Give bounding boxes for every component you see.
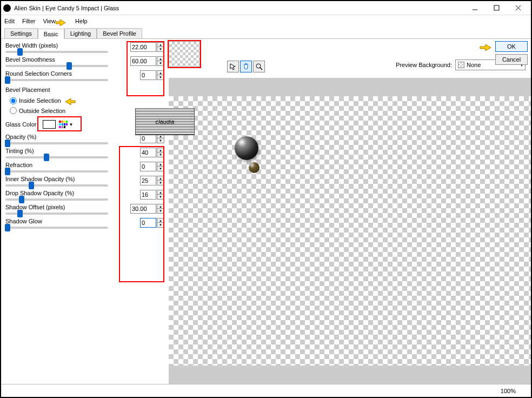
bevel-width-slider[interactable]: [5, 51, 108, 53]
opacity-slider[interactable]: [5, 142, 108, 144]
menu-filter[interactable]: Filter: [22, 18, 35, 24]
shadow-offset-row: Shadow Offset (pixels) ▲▼: [5, 204, 164, 215]
tinting-input[interactable]: [140, 148, 156, 157]
bevel-width-row: Bevel Width (pixels) ▲▼: [5, 42, 164, 53]
sphere-small: [249, 162, 260, 173]
glass-color-label: Glass Color: [5, 121, 36, 128]
zoom-level: 100%: [501, 388, 516, 394]
preview-pane: Preview Background: None ▾ OK Cancel: [169, 39, 531, 384]
menu-edit[interactable]: Edit: [4, 18, 15, 24]
shadow-glow-spinner[interactable]: ▲▼: [157, 218, 164, 228]
drop-shadow-row: Drop Shadow Opacity (%) ▲▼: [5, 190, 164, 201]
shadow-offset-input[interactable]: [130, 204, 156, 214]
round-corners-spinner[interactable]: ▲▼: [157, 70, 164, 80]
hand-pointer-icon: [63, 95, 78, 106]
menubar: Edit Filter View Help: [1, 15, 531, 27]
refraction-row: Refraction ▲▼: [5, 162, 164, 173]
glass-color-swatch[interactable]: [43, 120, 56, 129]
drop-shadow-slider[interactable]: [5, 198, 108, 201]
inner-shadow-row: Inner Shadow Opacity (%) ▲▼: [5, 176, 164, 187]
tab-basic[interactable]: Basic: [38, 29, 64, 39]
round-corners-input[interactable]: [140, 70, 156, 80]
bevel-smoothness-slider[interactable]: [5, 65, 108, 67]
bevel-width-spinner[interactable]: ▲▼: [157, 42, 164, 52]
inside-selection-label: Inside Selection: [19, 97, 61, 104]
titlebar: Alien Skin | Eye Candy 5 Impact | Glass: [1, 1, 531, 15]
tab-lighting[interactable]: Lighting: [64, 28, 97, 38]
shadow-offset-spinner[interactable]: ▲▼: [157, 204, 164, 214]
gray-strip-bottom: [169, 366, 531, 384]
bevel-smoothness-input[interactable]: [130, 56, 156, 66]
preview-toolbar: [227, 61, 265, 72]
settings-panel: Bevel Width (pixels) ▲▼ Bevel Smoothness…: [1, 39, 169, 384]
menu-view[interactable]: View: [43, 18, 56, 24]
tab-bevel-profile[interactable]: Bevel Profile: [97, 28, 142, 38]
sphere-large: [235, 136, 258, 160]
preview-canvas[interactable]: [169, 78, 531, 384]
glass-color-picker[interactable]: ▼: [59, 121, 73, 128]
statusbar: 100%: [1, 384, 531, 397]
menu-help[interactable]: Help: [75, 18, 88, 24]
svg-line-5: [260, 68, 262, 70]
hand-tool[interactable]: [240, 61, 252, 72]
shadow-offset-slider[interactable]: [5, 213, 108, 215]
bevel-smoothness-spinner[interactable]: ▲▼: [157, 56, 164, 66]
opacity-row: Opacity (%) ▲▼: [5, 134, 164, 144]
svg-point-4: [256, 64, 261, 68]
inner-shadow-spinner[interactable]: ▲▼: [157, 176, 164, 185]
bevel-width-input[interactable]: [130, 42, 156, 52]
cancel-button[interactable]: Cancel: [495, 54, 528, 65]
window-title: Alien Skin | Eye Candy 5 Impact | Glass: [14, 5, 464, 11]
refraction-spinner[interactable]: ▲▼: [157, 162, 164, 171]
shadow-glow-row: Shadow Glow ▲▼: [5, 218, 164, 229]
preview-thumbnail[interactable]: [169, 41, 203, 76]
palette-icon: [59, 121, 68, 128]
dialog-buttons: OK Cancel: [495, 41, 528, 65]
watermark: claudia: [135, 108, 195, 135]
tinting-spinner[interactable]: ▲▼: [157, 148, 164, 157]
inside-selection-radio[interactable]: [10, 97, 17, 104]
checker-icon: [458, 62, 464, 68]
inner-shadow-slider[interactable]: [5, 184, 108, 187]
outside-selection-radio[interactable]: [10, 107, 17, 114]
close-button[interactable]: [507, 2, 529, 15]
checker-bg: [169, 96, 531, 366]
pointer-tool[interactable]: [227, 61, 239, 72]
ok-button[interactable]: OK: [495, 41, 528, 52]
drop-shadow-input[interactable]: [140, 190, 156, 200]
tinting-row: Tinting (%) ▲▼: [5, 148, 164, 158]
svg-rect-1: [494, 5, 499, 10]
shadow-glow-slider[interactable]: [5, 227, 108, 229]
bevel-placement-label: Bevel Placement: [5, 87, 164, 93]
app-icon: [3, 4, 11, 12]
preview-bg-label: Preview Background:: [396, 62, 452, 68]
hand-pointer-icon: [479, 41, 494, 52]
round-corners-slider[interactable]: [5, 79, 108, 81]
tab-bar: Settings Basic Lighting Bevel Profile: [1, 27, 531, 39]
minimize-button[interactable]: [464, 2, 486, 15]
refraction-input[interactable]: [140, 162, 156, 171]
zoom-tool[interactable]: [253, 61, 265, 72]
outside-selection-label: Outside Selection: [19, 108, 65, 114]
shadow-glow-input[interactable]: [140, 218, 156, 228]
hand-pointer-icon: [56, 16, 71, 27]
inner-shadow-input[interactable]: [140, 176, 156, 185]
round-corners-row: Round Selection Corners ▲▼: [5, 70, 164, 81]
refraction-slider[interactable]: [5, 170, 108, 173]
bevel-smoothness-row: Bevel Smoothness ▲▼: [5, 56, 164, 67]
drop-shadow-spinner[interactable]: ▲▼: [157, 190, 164, 200]
gray-strip-top: [169, 78, 531, 96]
tab-settings[interactable]: Settings: [4, 28, 38, 38]
inside-selection-row: Inside Selection: [10, 95, 164, 106]
tinting-slider[interactable]: [5, 156, 108, 158]
chevron-down-icon: ▼: [69, 122, 73, 127]
maximize-button[interactable]: [486, 2, 507, 15]
